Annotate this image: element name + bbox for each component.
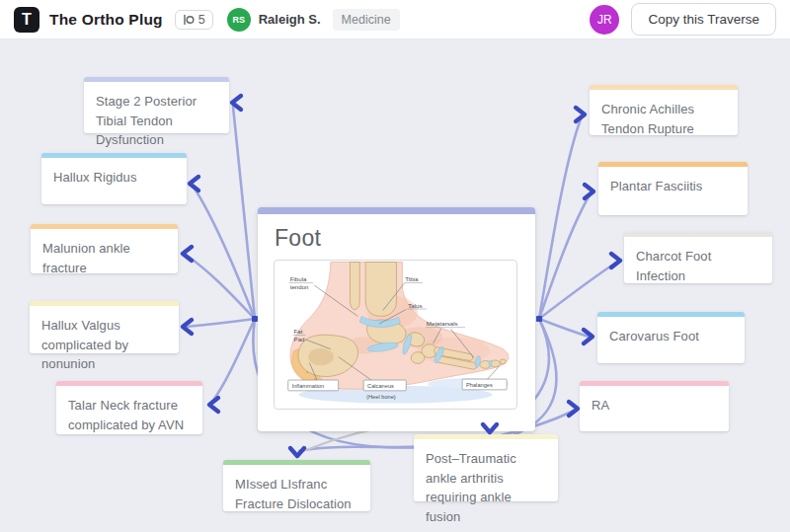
foot-label-fibula: Fibula (290, 275, 307, 282)
node-label: Charcot Foot Infection (636, 249, 711, 283)
right-fan-node (536, 316, 542, 322)
node-plantar-fasciitis[interactable]: Plantar Fasciitis (598, 162, 748, 215)
connector-malunion (186, 255, 255, 319)
node-hallux-rigidus[interactable]: Hallux Rigidus (41, 153, 187, 204)
node-label: Post–Traumatic ankle arthritis requiring… (426, 451, 516, 524)
connector-charcot (539, 263, 616, 319)
traverse-count-value: 5 (198, 13, 205, 27)
node-malunion-ankle-fracture[interactable]: Malunion ankle fracture (31, 224, 178, 273)
arrowhead-left-icon (209, 398, 218, 412)
arrowhead-right-icon (585, 185, 593, 198)
node-label: Plantar Fasciitis (610, 179, 702, 193)
node-talar-neck-fracture[interactable]: Talar Neck fracture complicated by AVN (56, 381, 202, 434)
arrowhead-left-icon (183, 320, 192, 334)
node-hallux-valgus[interactable]: Hallux Valgus complicated by nonunion (30, 301, 179, 353)
foot-label-tendon: tendon (290, 283, 309, 290)
foot-label-tibia: Tibia (405, 275, 419, 282)
foot-anatomy-illustration: Fibula tendon Tibia Talus Metatarsals Fa… (275, 261, 516, 409)
user-avatar[interactable]: JR (590, 5, 619, 35)
author-avatar[interactable]: RS (227, 8, 251, 32)
node-ra[interactable]: RA (580, 381, 729, 431)
node-label: Chronic Achilles Tendon Rupture (601, 102, 694, 136)
node-charcot-foot-infection[interactable]: Charcot Foot Infection (624, 232, 772, 283)
category-badge: Medicine (333, 9, 400, 31)
arrowhead-left-icon (190, 177, 198, 190)
traverse-count-badge: 5 (175, 10, 213, 30)
node-stage2-posterior-tibial[interactable]: Stage 2 Posterior Tibial Tendon Dysfunct… (84, 77, 229, 133)
arrowhead-down-icon (290, 448, 304, 456)
connector-carovarus (539, 319, 589, 337)
center-node-foot[interactable]: Foot (258, 207, 535, 431)
foot-label-inflammation: Inflammation (292, 383, 324, 389)
author-name: Raleigh S. (259, 12, 321, 27)
connector-talar-neck (212, 319, 255, 402)
node-label: Hallux Valgus complicated by nonunion (41, 318, 128, 371)
node-carovarus-foot[interactable]: Carovarus Foot (597, 312, 745, 363)
node-lisfranc-fracture[interactable]: MIssed LIsfranc Fracture Dislocation (223, 460, 370, 511)
copy-traverse-button[interactable]: Copy this Traverse (631, 3, 776, 36)
foot-label-talus: Talus (408, 302, 422, 309)
foot-label-fat: Fat (294, 328, 303, 335)
connector-hallux-rigidus (193, 186, 255, 319)
arrowhead-right-icon (576, 108, 585, 121)
foot-label-heel-bone: (Heel bone) (366, 394, 396, 400)
node-label: Stage 2 Posterior Tibial Tendon Dysfunct… (96, 94, 197, 147)
foot-label-phalanges: Phalanges (466, 382, 493, 388)
node-label: RA (592, 398, 609, 413)
app-header: T The Ortho Plug 5 RS Raleigh S. Medicin… (0, 0, 790, 39)
node-label: Malunion ankle fracture (42, 241, 130, 275)
traverse-count-icon (183, 14, 195, 26)
arrowhead-left-icon (232, 96, 241, 110)
foot-label-calcaneus: Calcaneus (367, 383, 394, 389)
arrowhead-left-icon (183, 247, 192, 261)
arrowhead-right-icon (611, 254, 620, 267)
node-label: Carovarus Foot (609, 329, 699, 343)
app-logo[interactable]: T (14, 7, 40, 33)
node-label: MIssed LIsfranc Fracture Dislocation (235, 477, 352, 511)
foot-label-metatarsals: Metatarsals (427, 320, 458, 327)
arrowhead-right-icon (584, 330, 592, 343)
connector-plantar (539, 193, 591, 319)
connector-chronic-achilles (539, 116, 582, 319)
foot-label-pad: Pad (294, 336, 306, 342)
node-label: Talar Neck fracture complicated by AVN (68, 398, 184, 432)
arrowhead-right-icon (569, 402, 578, 416)
traverse-title: The Ortho Plug (49, 11, 163, 29)
center-node-title: Foot (258, 214, 535, 260)
connector-hallux-valgus (186, 319, 255, 327)
node-chronic-achilles-rupture[interactable]: Chronic Achilles Tendon Rupture (590, 85, 738, 135)
connector-stage2 (233, 107, 255, 319)
node-post-traumatic-arthritis[interactable]: Post–Traumatic ankle arthritis requiring… (414, 434, 558, 501)
traverse-canvas[interactable]: Foot (0, 0, 790, 532)
foot-anatomy-image: Fibula tendon Tibia Talus Metatarsals Fa… (274, 260, 517, 410)
node-label: Hallux Rigidus (53, 170, 137, 185)
